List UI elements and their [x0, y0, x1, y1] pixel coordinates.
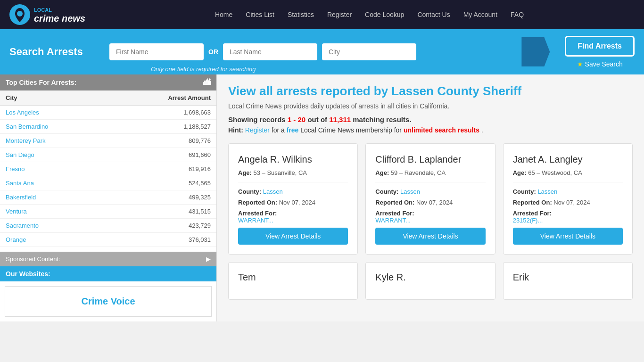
last-name-input[interactable] [223, 43, 317, 60]
city-name[interactable]: Orange [0, 233, 108, 247]
city-amount: 499,325 [108, 190, 216, 205]
city-amount: 376,031 [108, 233, 216, 247]
results-showing: Showing records [228, 115, 288, 123]
city-amount: 619,916 [108, 162, 216, 176]
city-row: Santa Ana 524,565 [0, 176, 216, 190]
card-divider [375, 182, 485, 182]
nav-code-lookup[interactable]: Code Lookup [365, 11, 404, 18]
hint-text: Hint: Register for a free Local Crime Ne… [228, 126, 633, 134]
top-cities-label: Top Cities For Arrests: [6, 79, 76, 86]
city-row: San Bernardino 1,188,527 [0, 120, 216, 134]
results-suffix: matching results. [353, 115, 411, 123]
arrest-age: Age: 53 – Susanville, CA [238, 169, 348, 176]
arrest-card-partial: Tem [228, 262, 358, 300]
main-content: View all arrests reported by Lassen Coun… [217, 74, 644, 321]
city-name[interactable]: Santa Ana [0, 176, 108, 190]
top-navigation: LOCAL crime news Home Cities List Statis… [0, 0, 644, 29]
arrow-divider [521, 37, 550, 66]
arrest-reported: Reported On: Nov 07, 2024 [513, 199, 623, 206]
page-title: View all arrests reported by Lassen Coun… [228, 84, 633, 99]
hint-membership: Local Crime News membership for [300, 126, 404, 134]
nav-faq[interactable]: FAQ [511, 11, 524, 18]
city-row: Orange 376,031 [0, 233, 216, 247]
card-divider [513, 182, 623, 182]
nav-my-account[interactable]: My Account [463, 11, 497, 18]
search-hint: Only one field is required for searching [151, 66, 256, 73]
col-city: City [0, 90, 108, 106]
arrest-charges: Arrested For:WARRANT... [238, 210, 348, 224]
nav-contact-us[interactable]: Contact Us [417, 11, 450, 18]
city-name[interactable]: Monterey Park [0, 134, 108, 148]
city-amount: 423,729 [108, 219, 216, 233]
view-details-button[interactable]: View Arrest Details [513, 228, 623, 245]
arrest-name-partial: Kyle R. [375, 272, 485, 283]
our-websites-label: Our Websites: [6, 270, 50, 278]
city-name[interactable]: Los Angeles [0, 106, 108, 120]
city-row: Ventura 431,515 [0, 205, 216, 219]
arrest-age: Age: 59 – Ravendale, CA [375, 169, 485, 176]
arrest-card: Janet A. Langley Age: 65 – Westwood, CA … [503, 143, 633, 255]
city-amount: 1,698,663 [108, 106, 216, 120]
main-layout: Top Cities For Arrests: 🏙 City Arrest Am… [0, 74, 644, 321]
svg-point-1 [17, 11, 23, 16]
city-amount: 809,776 [108, 134, 216, 148]
our-websites-section: Our Websites: [0, 266, 216, 281]
arrest-cards-partial-grid: TemKyle R.Erik [228, 262, 633, 300]
city-row: Los Angeles 1,698,663 [0, 106, 216, 120]
city-name[interactable]: Sacramento [0, 219, 108, 233]
view-details-button[interactable]: View Arrest Details [238, 228, 348, 245]
arrest-charges: Arrested For:WARRANT... [375, 210, 485, 224]
top-cities-header: Top Cities For Arrests: 🏙 [0, 74, 216, 90]
city-amount: 431,515 [108, 205, 216, 219]
nav-register[interactable]: Register [327, 11, 352, 18]
arrest-name: Janet A. Langley [513, 153, 623, 165]
find-arrests-button[interactable]: Find Arrests [565, 36, 635, 57]
nav-home[interactable]: Home [215, 11, 232, 18]
arrest-reported: Reported On: Nov 07, 2024 [375, 199, 485, 206]
city-row: Monterey Park 809,776 [0, 134, 216, 148]
city-row: San Diego 691,660 [0, 148, 216, 162]
logo[interactable]: LOCAL crime news [9, 4, 85, 25]
arrest-cards-grid: Angela R. Wilkins Age: 53 – Susanville, … [228, 143, 633, 255]
city-amount: 524,565 [108, 176, 216, 190]
results-range: 1 - 20 [288, 115, 305, 123]
city-name[interactable]: San Bernardino [0, 120, 108, 134]
hint-free: free [287, 126, 299, 134]
search-bar: Search Arrests OR Find Arrests Save Sear… [0, 29, 644, 74]
sidebar: Top Cities For Arrests: 🏙 City Arrest Am… [0, 74, 217, 321]
hint-register-link[interactable]: Register [245, 126, 270, 134]
arrest-name-partial: Tem [238, 272, 348, 283]
city-name[interactable]: Fresno [0, 162, 108, 176]
city-amount: 1,188,527 [108, 120, 216, 134]
arrest-county: County: Lassen [238, 188, 348, 195]
hint-unlimited: unlimited search results [404, 126, 479, 134]
city-name[interactable]: Bakersfield [0, 190, 108, 205]
save-search-button[interactable]: Save Search [577, 60, 623, 68]
city-name[interactable]: Ventura [0, 205, 108, 219]
arrest-name: Angela R. Wilkins [238, 153, 348, 165]
col-amount: Arrest Amount [108, 90, 216, 106]
search-inputs: OR [109, 43, 511, 60]
arrest-county: County: Lassen [513, 188, 623, 195]
nav-statistics[interactable]: Statistics [288, 11, 314, 18]
city-name[interactable]: San Diego [0, 148, 108, 162]
crime-voice-box: Crime Voice [5, 286, 212, 317]
results-total: 11,311 [329, 115, 351, 123]
arrest-charges: Arrested For:23152(F)... [513, 210, 623, 224]
or-separator: OR [208, 48, 218, 56]
sponsored-section: Sponsored Content: ▶ [0, 252, 216, 266]
sponsored-label: Sponsored Content: [6, 255, 60, 263]
arrest-reported: Reported On: Nov 07, 2024 [238, 199, 348, 206]
nav-cities-list[interactable]: Cities List [246, 11, 274, 18]
view-details-button[interactable]: View Arrest Details [375, 228, 485, 245]
hint-for: for a [272, 126, 287, 134]
cities-table: City Arrest Amount Los Angeles 1,698,663… [0, 90, 216, 247]
crime-voice-label: Crime Voice [81, 296, 135, 306]
hint-end: . [481, 126, 483, 134]
city-amount: 691,660 [108, 148, 216, 162]
first-name-input[interactable] [109, 43, 204, 60]
results-count: Showing records 1 - 20 out of 11,311 mat… [228, 115, 633, 123]
city-row: Sacramento 423,729 [0, 219, 216, 233]
search-actions: Find Arrests Save Search [565, 36, 635, 68]
city-input[interactable] [322, 43, 416, 60]
